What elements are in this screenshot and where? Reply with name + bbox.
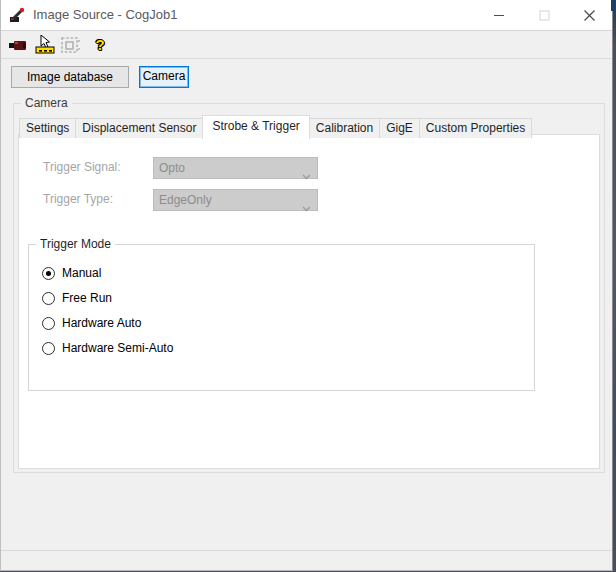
bottom-divider [1,550,612,551]
help-icon[interactable]: ? [89,33,111,57]
radio-hardware-auto-label: Hardware Auto [62,316,141,330]
radio-hardware-semi-auto[interactable]: Hardware Semi-Auto [42,340,173,356]
trigger-mode-groupbox: Trigger Mode Manual Free Run Hardware Au… [28,244,535,391]
image-database-button[interactable]: Image database [11,66,129,88]
live-display-icon[interactable] [59,33,83,57]
background-corner [611,0,616,11]
chevron-down-icon [302,198,311,218]
radio-free-run-label: Free Run [62,291,112,305]
tab-gige[interactable]: GigE [379,118,420,138]
app-icon [9,7,26,24]
trigger-type-value: EdgeOnly [159,193,212,207]
radio-button-icon[interactable] [42,342,55,355]
chevron-down-icon [302,166,311,186]
trigger-signal-value: Opto [159,161,185,175]
acquire-camera-icon[interactable] [7,33,31,57]
trigger-type-dropdown: EdgeOnly [153,189,318,211]
trigger-signal-dropdown: Opto [153,157,318,179]
trigger-signal-label: Trigger Signal: [43,160,121,174]
radio-button-icon[interactable] [42,267,55,280]
camera-groupbox: Camera Settings Displacement Sensor Stro… [13,103,605,473]
minimize-button[interactable] [477,0,522,30]
radio-manual-label: Manual [62,266,101,280]
radio-manual[interactable]: Manual [42,265,101,281]
radio-button-icon[interactable] [42,317,55,330]
camera-button[interactable]: Camera [139,66,189,88]
pointer-ruler-setup-icon[interactable] [33,33,57,57]
trigger-type-label: Trigger Type: [43,192,113,206]
window-title: Image Source - CogJob1 [33,0,178,30]
tab-settings[interactable]: Settings [19,118,76,138]
toolbar: ? [1,31,612,59]
camera-tabstrip: Settings Displacement Sensor Strobe & Tr… [19,112,532,138]
tab-strobe-trigger[interactable]: Strobe & Trigger [202,115,309,139]
image-source-dialog: Image Source - CogJob1 [0,0,613,571]
radio-button-icon[interactable] [42,292,55,305]
tab-displacement-sensor[interactable]: Displacement Sensor [75,118,203,138]
radio-hardware-auto[interactable]: Hardware Auto [42,315,141,331]
tab-calibration[interactable]: Calibration [309,118,380,138]
close-button[interactable] [567,0,612,30]
radio-hardware-semi-auto-label: Hardware Semi-Auto [62,341,173,355]
titlebar: Image Source - CogJob1 [1,0,612,31]
trigger-mode-label: Trigger Mode [36,237,115,251]
maximize-button [522,0,567,30]
camera-groupbox-label: Camera [21,96,72,110]
radio-free-run[interactable]: Free Run [42,290,112,306]
strobe-trigger-panel: Trigger Signal: Opto Trigger Type: EdgeO… [18,134,600,469]
tab-custom-properties[interactable]: Custom Properties [419,118,532,138]
